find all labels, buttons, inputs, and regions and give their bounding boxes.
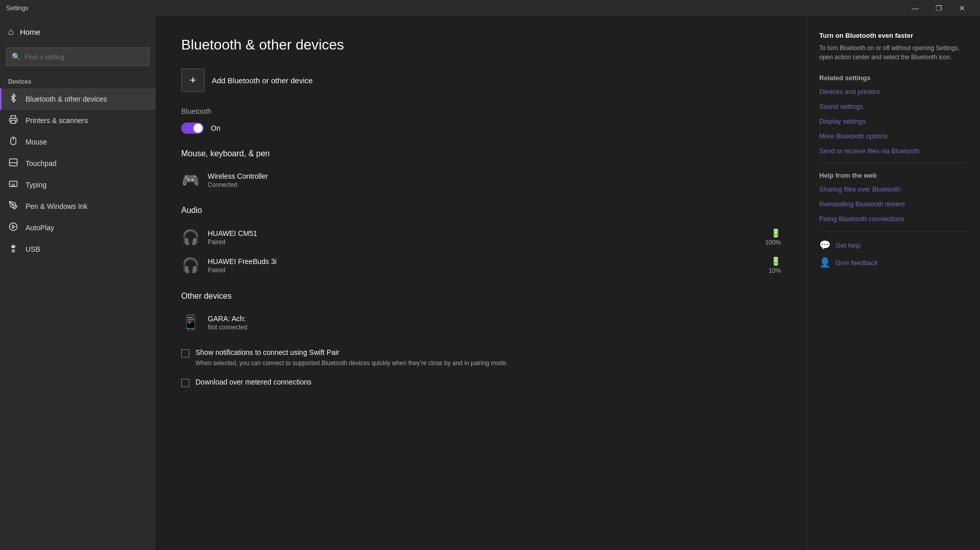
give-feedback-text: Give feedback <box>836 259 878 267</box>
sidebar-home-label: Home <box>20 28 40 36</box>
other-section-title: Other devices <box>181 292 781 301</box>
right-divider <box>819 163 968 163</box>
bluetooth-label: Bluetooth <box>181 107 781 115</box>
related-settings-label: Related settings <box>819 74 968 82</box>
sidebar-item-pen[interactable]: Pen & Windows Ink <box>0 196 156 217</box>
title-bar-text: Settings <box>6 5 903 12</box>
sidebar-item-touchpad[interactable]: Touchpad <box>0 153 156 174</box>
minimize-button[interactable]: — <box>903 0 927 16</box>
download-metered-text: Download over metered connections <box>195 378 781 388</box>
sidebar-item-mouse[interactable]: Mouse <box>0 131 156 153</box>
device-status: Paired <box>208 238 757 246</box>
svg-marker-16 <box>13 225 15 228</box>
keyboard-icon <box>8 179 18 190</box>
bluetooth-toggle[interactable] <box>181 123 204 134</box>
device-info: GARA: Ach: Not connected <box>208 315 781 331</box>
list-item: 📱 GARA: Ach: Not connected <box>181 309 781 336</box>
sidebar-item-label: Pen & Windows Ink <box>26 202 87 210</box>
swift-pair-desc: When selected, you can connect to suppor… <box>195 358 781 368</box>
app-body: ⌂ Home 🔍 Devices Bluetooth & other devic… <box>0 16 980 550</box>
print-icon <box>8 115 18 126</box>
list-item: 🎮 Wireless Controller Connected <box>181 166 781 194</box>
search-input[interactable] <box>24 53 144 61</box>
toggle-track <box>181 123 204 134</box>
device-name: Wireless Controller <box>208 172 781 180</box>
mouse-icon <box>8 136 18 148</box>
audio-section: Audio 🎧 HUAWEI CM51 Paired 🔋 100% 🎧 HUAW… <box>181 206 781 279</box>
get-help-text: Get help <box>836 242 861 249</box>
right-panel: Turn on Bluetooth even faster To turn Bl… <box>806 16 980 550</box>
link-more-bluetooth[interactable]: More Bluetooth options <box>819 132 968 140</box>
link-devices-printers[interactable]: Devices and printers <box>819 88 968 95</box>
swift-pair-row: Show notifications to connect using Swif… <box>181 348 781 368</box>
sidebar-item-label: Typing <box>26 181 46 189</box>
audio-section-title: Audio <box>181 206 781 215</box>
bluetooth-section: Bluetooth On <box>181 107 781 134</box>
device-status: Not connected <box>208 324 781 331</box>
headphone-icon-2: 🎧 <box>181 257 200 274</box>
sidebar-item-label: Touchpad <box>26 159 57 168</box>
sidebar: ⌂ Home 🔍 Devices Bluetooth & other devic… <box>0 16 156 550</box>
swift-pair-checkbox[interactable] <box>181 349 189 357</box>
device-name: GARA: Ach: <box>208 315 781 323</box>
link-sound-settings[interactable]: Sound settings <box>819 103 968 110</box>
sidebar-item-printers[interactable]: Printers & scanners <box>0 110 156 131</box>
sidebar-items: Bluetooth & other devices Printers & sca… <box>0 88 156 260</box>
swift-pair-label: Show notifications to connect using Swif… <box>195 348 781 356</box>
device-name: HUAWEI CM51 <box>208 229 757 237</box>
give-feedback-row[interactable]: 👤 Give feedback <box>819 257 968 268</box>
sidebar-item-usb[interactable]: USB <box>0 238 156 260</box>
battery-pct-2: 10% <box>769 267 781 274</box>
sidebar-item-label: Mouse <box>26 138 47 146</box>
add-device-label: Add Bluetooth or other device <box>212 76 313 85</box>
bluetooth-toggle-label: On <box>211 124 220 132</box>
sidebar-item-label: AutoPlay <box>26 224 54 232</box>
device-info: Wireless Controller Connected <box>208 172 781 188</box>
link-send-receive[interactable]: Send or receive files via Bluetooth <box>819 147 968 155</box>
right-divider-2 <box>819 231 968 231</box>
device-battery-1: 🔋 100% <box>765 228 781 246</box>
link-display-settings[interactable]: Display settings <box>819 117 968 125</box>
feedback-icon: 👤 <box>819 257 830 268</box>
swift-pair-text: Show notifications to connect using Swif… <box>195 348 781 368</box>
get-help-row[interactable]: 💬 Get help <box>819 240 968 251</box>
sidebar-item-home[interactable]: ⌂ Home <box>0 16 156 47</box>
svg-point-14 <box>12 204 14 206</box>
download-metered-checkbox[interactable] <box>181 379 189 387</box>
bluetooth-toggle-row: On <box>181 123 781 134</box>
sidebar-item-bluetooth[interactable]: Bluetooth & other devices <box>0 88 156 110</box>
device-info: HUAWEI CM51 Paired <box>208 229 757 246</box>
svg-point-17 <box>12 250 15 252</box>
svg-point-15 <box>10 223 17 231</box>
bluetooth-icon <box>8 93 18 105</box>
close-button[interactable]: ✕ <box>950 0 974 16</box>
sidebar-item-autoplay[interactable]: AutoPlay <box>0 217 156 238</box>
get-help-icon: 💬 <box>819 240 830 251</box>
sidebar-item-label: Bluetooth & other devices <box>26 95 107 103</box>
sidebar-item-typing[interactable]: Typing <box>0 174 156 196</box>
other-device-icon: 📱 <box>181 314 200 331</box>
battery-icon-2: 🔋 <box>771 256 781 266</box>
device-status: Paired <box>208 267 761 274</box>
mouse-section: Mouse, keyboard, & pen 🎮 Wireless Contro… <box>181 149 781 194</box>
add-device-button[interactable]: + Add Bluetooth or other device <box>181 68 781 92</box>
list-item: 🎧 HUAWEI CM51 Paired 🔋 100% <box>181 223 781 251</box>
device-battery-2: 🔋 10% <box>769 256 781 274</box>
link-fixing[interactable]: Fixing Bluetooth connections <box>819 215 968 223</box>
link-sharing-files[interactable]: Sharing files over Bluetooth <box>819 185 968 193</box>
headphone-icon-1: 🎧 <box>181 229 200 246</box>
device-info: HUAWEI FreeBuds 3i Paired <box>208 257 761 274</box>
autoplay-icon <box>8 222 18 233</box>
link-reinstalling[interactable]: Reinstalling Bluetooth drivers <box>819 200 968 208</box>
add-device-icon: + <box>181 68 205 92</box>
device-name: HUAWEI FreeBuds 3i <box>208 257 761 266</box>
help-from-web-label: Help from the web <box>819 172 968 179</box>
maximize-button[interactable]: ❐ <box>927 0 950 16</box>
battery-pct-1: 100% <box>765 239 781 246</box>
battery-icon-1: 🔋 <box>771 228 781 238</box>
list-item: 🎧 HUAWEI FreeBuds 3i Paired 🔋 10% <box>181 251 781 279</box>
device-status: Connected <box>208 181 781 188</box>
page-title: Bluetooth & other devices <box>181 37 781 53</box>
search-box[interactable]: 🔍 <box>6 47 150 66</box>
sidebar-item-label: USB <box>26 245 40 253</box>
